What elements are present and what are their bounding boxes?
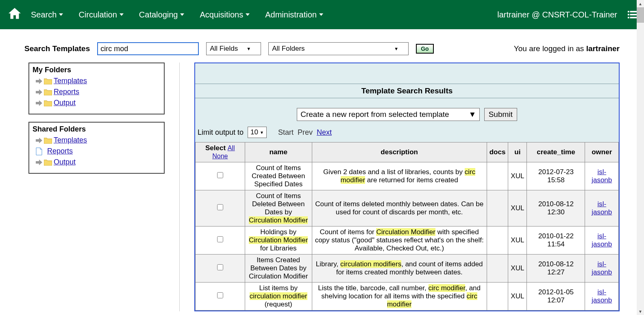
chevron-down-icon — [246, 13, 250, 16]
owner-link[interactable]: isl-jasonb — [592, 200, 612, 216]
cell-docs — [487, 162, 508, 190]
my-folders-box: My Folders Templates Reports Output — [28, 63, 165, 114]
nav-circulation[interactable]: Circulation — [78, 10, 123, 19]
table-row: Count of Items Deleted Between Dates by … — [196, 190, 619, 227]
cell-name: Count of Items Deleted Between Dates by … — [245, 190, 312, 227]
go-button[interactable]: Go — [416, 44, 433, 54]
owner-link[interactable]: isl-jasonb — [592, 232, 612, 248]
svg-rect-5 — [630, 17, 637, 19]
search-input[interactable] — [97, 42, 199, 55]
home-icon[interactable] — [7, 6, 22, 24]
nav-search[interactable]: Search — [31, 10, 63, 19]
table-row: Count of Items Created Between Specified… — [196, 162, 619, 190]
cell-description: Lists the title, barcode, call number, c… — [312, 283, 487, 311]
cell-name: List items by circulation modifier (requ… — [245, 283, 312, 311]
folder-filter-select[interactable]: All Folders▼ — [268, 42, 409, 55]
vertical-divider — [179, 63, 180, 311]
col-docs: docs — [487, 142, 508, 162]
cell-create-time: 2012-07-23 15:58 — [527, 162, 585, 190]
results-panel: Template Search Results Create a new rep… — [194, 63, 620, 311]
table-row: Items Created Between Dates by Circulati… — [196, 255, 619, 283]
search-bar: Search Templates All Fields▼ All Folders… — [0, 29, 644, 63]
select-none[interactable]: None — [212, 153, 228, 160]
results-title: Template Search Results — [195, 84, 619, 98]
owner-link[interactable]: isl-jasonb — [592, 168, 612, 184]
pager-next[interactable]: Next — [317, 128, 332, 137]
row-checkbox[interactable] — [217, 236, 223, 242]
shared-folders-box: Shared Folders Templates Reports Output — [28, 122, 165, 174]
user-info[interactable]: lartrainer @ CNSRT-COL-Trainer — [497, 10, 617, 19]
cell-create-time: 2010-01-22 11:54 — [527, 227, 585, 255]
col-select: Select All None — [196, 142, 245, 162]
row-checkbox[interactable] — [217, 172, 223, 178]
cell-ui: XUL — [508, 283, 527, 311]
col-create-time: create_time — [527, 142, 585, 162]
folder-icon — [44, 100, 52, 106]
my-folder-reports[interactable]: Reports — [36, 88, 161, 96]
arrow-icon — [36, 138, 42, 143]
svg-rect-1 — [630, 11, 637, 13]
nav-administration[interactable]: Administration — [265, 10, 323, 19]
cell-name: Items Created Between Dates by Circulati… — [245, 255, 312, 283]
folder-icon — [44, 137, 52, 144]
col-name: name — [245, 142, 312, 162]
svg-rect-0 — [628, 11, 629, 13]
limit-label: Limit output to — [198, 128, 244, 137]
svg-rect-3 — [630, 14, 637, 15]
cell-create-time: 2012-01-05 12:07 — [527, 283, 585, 311]
cell-docs — [487, 227, 508, 255]
scroll-thumb[interactable] — [637, 7, 644, 23]
field-filter-select[interactable]: All Fields▼ — [206, 42, 261, 55]
folder-icon — [44, 159, 52, 166]
cell-description: Count of items for Circulation Modifier … — [312, 227, 487, 255]
select-all[interactable]: All — [228, 145, 235, 151]
submit-button[interactable]: Submit — [484, 108, 517, 121]
row-checkbox[interactable] — [217, 264, 223, 270]
col-description: description — [312, 142, 487, 162]
login-status: You are logged in as lartrainer — [514, 44, 620, 53]
svg-rect-4 — [628, 17, 629, 19]
results-table: Select All None name description docs ui… — [195, 142, 619, 311]
my-folder-templates[interactable]: Templates — [36, 77, 161, 85]
owner-link[interactable]: isl-jasonb — [592, 260, 612, 276]
chevron-down-icon — [180, 13, 184, 16]
table-row: Holdings by Circulation Modifier for Lib… — [196, 227, 619, 255]
list-icon[interactable] — [628, 11, 637, 19]
page-icon — [36, 147, 42, 155]
limit-select[interactable]: 10 ▼ — [248, 127, 267, 138]
pager-prev[interactable]: Prev — [298, 128, 313, 137]
cell-create-time: 2010-08-12 12:27 — [527, 255, 585, 283]
owner-link[interactable]: isl-jasonb — [592, 288, 612, 304]
nav-cataloging[interactable]: Cataloging — [139, 10, 185, 19]
chevron-down-icon — [59, 13, 63, 16]
cell-name: Holdings by Circulation Modifier for Lib… — [245, 227, 312, 255]
cell-ui: XUL — [508, 162, 527, 190]
arrow-icon — [36, 160, 42, 165]
cell-ui: XUL — [508, 255, 527, 283]
row-checkbox[interactable] — [217, 204, 223, 210]
chevron-down-icon — [120, 13, 124, 16]
action-select[interactable]: Create a new report from selected templa… — [297, 108, 480, 121]
vertical-scrollbar[interactable]: ▲ ▼ — [637, 0, 644, 315]
my-folder-output[interactable]: Output — [36, 99, 161, 107]
col-owner: owner — [585, 142, 619, 162]
nav-acquisitions[interactable]: Acquisitions — [200, 10, 250, 19]
arrow-icon — [36, 78, 42, 84]
scroll-up-icon[interactable]: ▲ — [637, 0, 644, 7]
pager-start[interactable]: Start — [278, 128, 294, 137]
cell-description: Library, circulation modifiers, and coun… — [312, 255, 487, 283]
cell-docs — [487, 255, 508, 283]
scroll-down-icon[interactable]: ▼ — [637, 308, 644, 315]
row-checkbox[interactable] — [217, 292, 223, 298]
cell-description: Given 2 dates and a list of libraries, c… — [312, 162, 487, 190]
cell-ui: XUL — [508, 227, 527, 255]
shared-folder-templates[interactable]: Templates — [36, 136, 161, 145]
chevron-down-icon — [319, 13, 323, 16]
shared-folder-reports[interactable]: Reports — [36, 147, 161, 155]
shared-folders-title: Shared Folders — [33, 125, 161, 134]
svg-rect-2 — [628, 14, 629, 15]
my-folders-title: My Folders — [33, 66, 161, 74]
table-row: List items by circulation modifier (requ… — [196, 283, 619, 311]
shared-folder-output[interactable]: Output — [36, 158, 161, 166]
cell-ui: XUL — [508, 190, 527, 227]
